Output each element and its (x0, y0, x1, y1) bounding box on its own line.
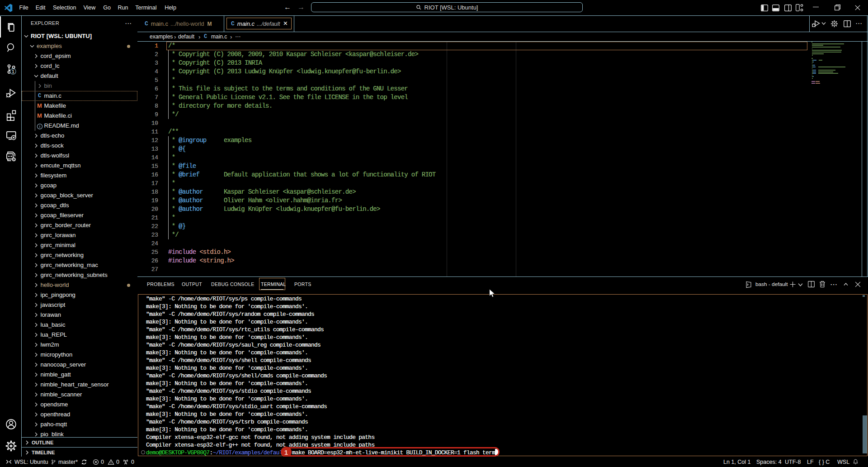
svg-text:1: 1 (11, 68, 14, 74)
